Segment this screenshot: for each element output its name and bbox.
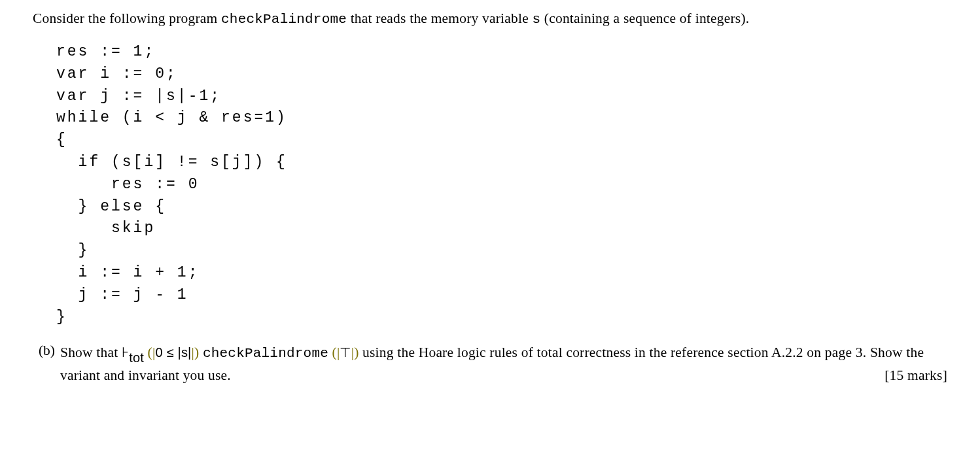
intro-var-s: s — [532, 12, 540, 27]
postcondition-body: ⊤ — [340, 345, 351, 360]
code-line-10: } — [56, 242, 89, 259]
precondition-body: 0 ≤ |s| — [155, 345, 191, 360]
intro-text-2: that reads the memory variable — [347, 10, 532, 26]
code-line-1: res := 1; — [56, 43, 155, 60]
turnstile-subscript-tot: tot — [129, 350, 144, 365]
code-line-3: var j := |s|-1; — [56, 88, 221, 105]
code-line-12: j := j - 1 — [56, 286, 188, 303]
part-b-body: Show that ⊦tot (|0 ≤ |s||) checkPalindro… — [60, 343, 947, 384]
intro-paragraph: Consider the following program checkPali… — [33, 9, 947, 29]
code-line-8: } else { — [56, 198, 166, 215]
code-line-7: res := 0 — [56, 176, 199, 193]
code-line-13: } — [56, 309, 67, 326]
turnstile-symbol: ⊦ — [122, 345, 129, 360]
intro-program-name: checkPalindrome — [221, 12, 347, 27]
code-line-6: if (s[i] != s[j]) { — [56, 154, 287, 171]
post-open-bracket: (| — [332, 345, 340, 360]
code-line-5: { — [56, 131, 67, 148]
pre-close-bracket: |) — [192, 345, 200, 360]
code-line-4: while (i < j & res=1) — [56, 109, 287, 126]
code-line-11: i := i + 1; — [56, 264, 199, 281]
part-b: (b) Show that ⊦tot (|0 ≤ |s||) checkPali… — [33, 343, 947, 384]
document-page: Consider the following program checkPali… — [0, 0, 980, 455]
pre-open-bracket: (| — [148, 345, 156, 360]
code-line-2: var i := 0; — [56, 65, 177, 82]
part-b-program-name: checkPalindrome — [203, 346, 328, 361]
code-listing: res := 1; var i := 0; var j := |s|-1; wh… — [56, 41, 947, 328]
code-line-9: skip — [56, 220, 155, 237]
intro-text-3: (containing a sequence of integers). — [540, 10, 749, 26]
intro-text-1: Consider the following program — [33, 10, 221, 26]
part-b-label: (b) — [33, 343, 60, 359]
post-close-bracket: |) — [351, 345, 359, 360]
part-b-marks: [15 marks] — [884, 365, 947, 385]
part-b-text-1: Show that — [60, 345, 122, 360]
